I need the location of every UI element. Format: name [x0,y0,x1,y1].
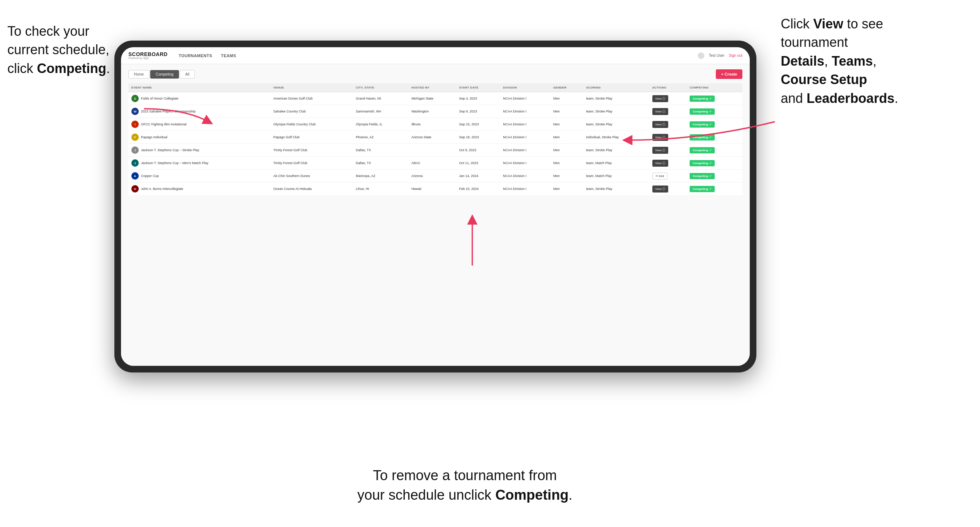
table-row: W 2023 Sahalee Players Championship Saha… [129,105,742,118]
division-cell: NCAA Division I [500,183,550,195]
view-button[interactable]: View ⓘ [652,147,668,154]
team-logo: A [131,172,139,179]
action-cell[interactable]: View ⓘ [649,118,687,131]
table-header-row: EVENT NAME VENUE CITY, STATE HOSTED BY S… [129,83,742,92]
table-row: S Folds of Honor Collegiate American Dun… [129,92,742,105]
nav-tournaments[interactable]: TOURNAMENTS [178,54,212,58]
table-row: I OFCC Fighting Illini Invitational Olym… [129,118,742,131]
gender-cell: Men [550,157,583,170]
nav-signout[interactable]: Sign out [729,54,742,57]
venue-cell: Ak-Chin Southern Dunes [270,170,353,183]
tab-all[interactable]: All [180,70,195,79]
scoring-cell: team, Match Play [583,170,649,183]
view-button[interactable]: View ⓘ [652,108,668,115]
event-name: Jackson T. Stephens Cup – Stroke Play [141,148,199,152]
action-cell[interactable]: ✏ Edit [649,170,687,183]
date-cell: Sep 15, 2023 [456,118,500,131]
division-cell: NCAA Division I [500,118,550,131]
date-cell: Sep 9, 2023 [456,105,500,118]
gender-cell: Men [550,170,583,183]
annotation-top-right: Click View to seetournamentDetails, Team… [781,15,965,108]
city-cell: Sammamish, WA [353,105,409,118]
team-logo: P [131,133,139,141]
city-cell: Grand Haven, MI [353,92,409,105]
view-button[interactable]: View ⓘ [652,160,668,167]
view-button[interactable]: View ⓘ [652,134,668,141]
col-venue: VENUE [270,83,353,92]
division-cell: NCAA Division I [500,92,550,105]
scoring-cell: team, Stroke Play [583,92,649,105]
team-logo: W [131,108,139,115]
city-cell: Phoenix, AZ [353,131,409,144]
view-button[interactable]: View ⓘ [652,186,668,192]
scoring-cell: team, Match Play [583,157,649,170]
team-logo: J [131,159,139,167]
competing-cell[interactable]: Competing [687,157,742,170]
action-cell[interactable]: View ⓘ [649,105,687,118]
hosted-cell: Michigan State [409,92,456,105]
action-cell[interactable]: View ⓘ [649,131,687,144]
competing-button[interactable]: Competing [690,186,715,192]
action-cell[interactable]: View ⓘ [649,157,687,170]
tab-competing[interactable]: Competing [150,70,179,79]
table-row: J Jackson T. Stephens Cup – Stroke Play … [129,144,742,157]
event-name-cell: A Copper Cup [129,170,270,183]
table-row: A Copper Cup Ak-Chin Southern DunesMaric… [129,170,742,183]
filter-row: Home Competing All + Create [129,69,742,79]
nav-teams[interactable]: TEAMS [221,54,236,58]
event-name: 2023 Sahalee Players Championship [141,110,196,113]
event-name-cell: P Papago Individual [129,131,270,144]
competing-button[interactable]: Competing [690,147,715,153]
city-cell: Olympia Fields, IL [353,118,409,131]
competing-button[interactable]: Competing [690,160,715,166]
table-row: P Papago Individual Papago Golf ClubPhoe… [129,131,742,144]
hosted-cell: ABAC [409,157,456,170]
competing-button[interactable]: Competing [690,173,715,179]
date-cell: Oct 11, 2023 [456,157,500,170]
scoring-cell: team, Stroke Play [583,144,649,157]
venue-cell: Papago Golf Club [270,131,353,144]
gender-cell: Men [550,118,583,131]
competing-button[interactable]: Competing [690,134,715,141]
venue-cell: Trinity Forest Golf Club [270,144,353,157]
event-name: Papago Individual [141,135,167,139]
competing-cell[interactable]: Competing [687,183,742,195]
edit-button[interactable]: ✏ Edit [652,173,668,179]
event-name-cell: I OFCC Fighting Illini Invitational [129,118,270,131]
action-cell[interactable]: View ⓘ [649,183,687,195]
event-name-cell: H John A. Burns Intercollegiate [129,183,270,195]
competing-cell[interactable]: Competing [687,170,742,183]
create-button[interactable]: + Create [716,69,742,79]
action-cell[interactable]: View ⓘ [649,144,687,157]
date-cell: Feb 15, 2024 [456,183,500,195]
competing-cell[interactable]: Competing [687,118,742,131]
tournament-table: EVENT NAME VENUE CITY, STATE HOSTED BY S… [129,83,742,195]
division-cell: NCAA Division I [500,157,550,170]
gender-cell: Men [550,92,583,105]
gender-cell: Men [550,131,583,144]
col-actions: ACTIONS [649,83,687,92]
event-name: Folds of Honor Collegiate [141,97,178,100]
competing-cell[interactable]: Competing [687,131,742,144]
competing-button[interactable]: Competing [690,108,715,115]
view-button[interactable]: View ⓘ [652,121,668,128]
col-competing: COMPETING [687,83,742,92]
action-cell[interactable]: View ⓘ [649,92,687,105]
competing-button[interactable]: Competing [690,121,715,128]
competing-button[interactable]: Competing [690,95,715,102]
event-name-cell: J Jackson T. Stephens Cup – Stroke Play [129,144,270,157]
view-button[interactable]: View ⓘ [652,95,668,102]
nav-links: TOURNAMENTS TEAMS [178,54,698,58]
event-name: John A. Burns Intercollegiate [141,187,183,190]
competing-cell[interactable]: Competing [687,92,742,105]
gender-cell: Men [550,105,583,118]
annotation-top-left: To check yourcurrent schedule,click Comp… [7,22,148,78]
city-cell: Dallas, TX [353,157,409,170]
scoring-cell: team, Stroke Play [583,118,649,131]
competing-cell[interactable]: Competing [687,144,742,157]
competing-cell[interactable]: Competing [687,105,742,118]
hosted-cell: Washington [409,105,456,118]
event-name: Copper Cup [141,174,159,178]
hosted-cell: Arizona State [409,131,456,144]
col-city: CITY, STATE [353,83,409,92]
